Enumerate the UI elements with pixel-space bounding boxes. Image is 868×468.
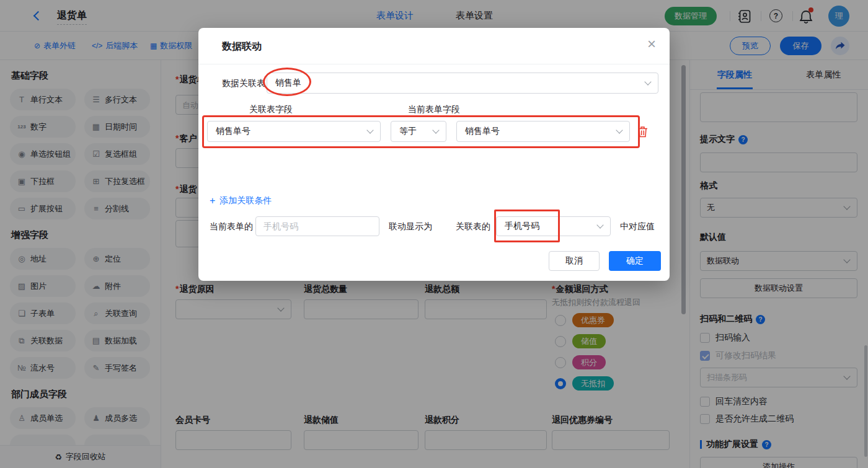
plus-icon: + (210, 195, 215, 206)
related-table-prefix-label: 关联表的 (456, 221, 490, 232)
condition-operator-select[interactable]: 等于 (391, 121, 446, 142)
chevron-down-icon (366, 126, 373, 133)
chevron-down-icon (644, 78, 651, 85)
data-linkage-modal: 数据联动 × 数据关联表 销售单 关联表字段 当前表单字段 销售单号 等于 销售… (198, 28, 670, 281)
modal-title: 数据联动 (222, 40, 262, 53)
relation-table-select[interactable]: 销售单 (267, 73, 658, 94)
delete-condition-icon[interactable] (637, 126, 648, 138)
related-table-field-select[interactable]: 手机号码 (496, 216, 611, 236)
chevron-down-icon (432, 126, 439, 133)
current-form-prefix-label: 当前表单的 (210, 221, 253, 232)
add-condition-link[interactable]: + 添加关联条件 (210, 195, 272, 206)
linkage-display-label: 联动显示为 (389, 221, 432, 232)
app-screen: 退货单 表单设计 表单设置 数据管理 ? 理 (0, 0, 868, 468)
cancel-button[interactable]: 取消 (549, 251, 600, 271)
relation-table-label: 数据关联表 (222, 78, 265, 89)
column-header-current-field: 当前表单字段 (408, 104, 460, 115)
current-form-field-input[interactable] (255, 216, 379, 236)
chevron-down-icon (616, 126, 622, 133)
corresponding-value-label: 中对应值 (620, 221, 655, 232)
confirm-button[interactable]: 确定 (609, 251, 661, 271)
condition-current-field-select[interactable]: 销售单号 (456, 121, 630, 142)
modal-header-divider (198, 64, 670, 64)
column-header-related-field: 关联表字段 (249, 104, 293, 115)
condition-related-field-select[interactable]: 销售单号 (207, 121, 381, 142)
close-icon[interactable]: × (647, 37, 656, 51)
chevron-down-icon (596, 221, 603, 228)
